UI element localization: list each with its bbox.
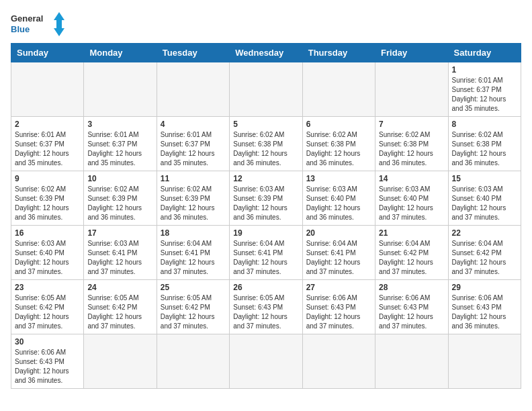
header-monday: Monday (84, 44, 157, 62)
day-number: 22 (452, 228, 517, 238)
day-info: Sunrise: 6:03 AMSunset: 6:40 PMDaylight:… (379, 185, 444, 222)
day-number: 14 (379, 174, 444, 183)
svg-text:General: General (11, 13, 43, 24)
calendar-week-row: 23Sunrise: 6:05 AMSunset: 6:42 PMDayligh… (11, 280, 521, 334)
day-number: 30 (15, 337, 80, 347)
day-number: 3 (87, 120, 152, 129)
calendar-cell: 7Sunrise: 6:02 AMSunset: 6:38 PMDaylight… (375, 117, 448, 171)
day-number: 7 (379, 120, 444, 129)
day-info: Sunrise: 6:01 AMSunset: 6:37 PMDaylight:… (161, 130, 226, 168)
day-info: Sunrise: 6:03 AMSunset: 6:40 PMDaylight:… (15, 239, 80, 277)
day-number: 5 (233, 120, 298, 129)
day-number: 19 (233, 228, 298, 238)
day-number: 16 (15, 228, 80, 238)
day-number: 12 (233, 174, 298, 183)
calendar-cell: 22Sunrise: 6:04 AMSunset: 6:42 PMDayligh… (448, 226, 521, 280)
day-info: Sunrise: 6:03 AMSunset: 6:39 PMDaylight:… (233, 185, 298, 222)
day-info: Sunrise: 6:01 AMSunset: 6:37 PMDaylight:… (452, 76, 517, 113)
calendar-cell: 23Sunrise: 6:05 AMSunset: 6:42 PMDayligh… (11, 280, 84, 334)
day-info: Sunrise: 6:03 AMSunset: 6:40 PMDaylight:… (452, 185, 517, 222)
header-saturday: Saturday (448, 44, 521, 62)
day-number: 9 (15, 174, 80, 183)
day-info: Sunrise: 6:06 AMSunset: 6:43 PMDaylight:… (15, 348, 80, 385)
calendar-cell (230, 62, 302, 117)
calendar-cell: 13Sunrise: 6:03 AMSunset: 6:40 PMDayligh… (302, 171, 375, 226)
calendar-week-row: 30Sunrise: 6:06 AMSunset: 6:43 PMDayligh… (11, 334, 521, 389)
calendar-cell: 16Sunrise: 6:03 AMSunset: 6:40 PMDayligh… (11, 226, 84, 280)
calendar-cell (84, 334, 157, 389)
calendar-cell: 3Sunrise: 6:01 AMSunset: 6:37 PMDaylight… (84, 117, 157, 171)
calendar-cell: 27Sunrise: 6:06 AMSunset: 6:43 PMDayligh… (302, 280, 375, 334)
calendar-cell: 25Sunrise: 6:05 AMSunset: 6:42 PMDayligh… (157, 280, 229, 334)
day-info: Sunrise: 6:06 AMSunset: 6:43 PMDaylight:… (452, 293, 517, 331)
day-info: Sunrise: 6:01 AMSunset: 6:37 PMDaylight:… (87, 130, 152, 168)
svg-text:Blue: Blue (11, 24, 30, 34)
calendar-cell: 28Sunrise: 6:06 AMSunset: 6:43 PMDayligh… (375, 280, 448, 334)
header-tuesday: Tuesday (157, 44, 229, 62)
day-number: 13 (306, 174, 371, 183)
day-info: Sunrise: 6:04 AMSunset: 6:42 PMDaylight:… (452, 239, 517, 277)
calendar-cell: 17Sunrise: 6:03 AMSunset: 6:41 PMDayligh… (84, 226, 157, 280)
calendar-cell: 29Sunrise: 6:06 AMSunset: 6:43 PMDayligh… (448, 280, 521, 334)
calendar-cell: 8Sunrise: 6:02 AMSunset: 6:38 PMDaylight… (448, 117, 521, 171)
calendar-cell (375, 334, 448, 389)
day-number: 26 (233, 283, 298, 292)
calendar-cell: 18Sunrise: 6:04 AMSunset: 6:41 PMDayligh… (157, 226, 229, 280)
header: General Blue (11, 11, 521, 38)
calendar-table: SundayMondayTuesdayWednesdayThursdayFrid… (11, 43, 521, 389)
calendar-week-row: 16Sunrise: 6:03 AMSunset: 6:40 PMDayligh… (11, 226, 521, 280)
day-number: 10 (87, 174, 152, 183)
day-info: Sunrise: 6:05 AMSunset: 6:43 PMDaylight:… (233, 293, 298, 331)
day-info: Sunrise: 6:06 AMSunset: 6:43 PMDaylight:… (306, 293, 371, 331)
day-info: Sunrise: 6:05 AMSunset: 6:42 PMDaylight:… (15, 293, 80, 331)
day-number: 28 (379, 283, 444, 292)
header-thursday: Thursday (302, 44, 375, 62)
day-info: Sunrise: 6:02 AMSunset: 6:38 PMDaylight:… (233, 130, 298, 168)
calendar-cell (11, 62, 84, 117)
day-info: Sunrise: 6:02 AMSunset: 6:39 PMDaylight:… (15, 185, 80, 222)
day-info: Sunrise: 6:03 AMSunset: 6:41 PMDaylight:… (87, 239, 152, 277)
day-number: 11 (161, 174, 226, 183)
day-number: 4 (161, 120, 226, 129)
day-number: 6 (306, 120, 371, 129)
day-info: Sunrise: 6:02 AMSunset: 6:39 PMDaylight:… (161, 185, 226, 222)
calendar-cell (157, 334, 229, 389)
calendar-cell (448, 334, 521, 389)
calendar-cell: 1Sunrise: 6:01 AMSunset: 6:37 PMDaylight… (448, 62, 521, 117)
day-info: Sunrise: 6:05 AMSunset: 6:42 PMDaylight:… (161, 293, 226, 331)
day-info: Sunrise: 6:05 AMSunset: 6:42 PMDaylight:… (87, 293, 152, 331)
calendar-cell: 5Sunrise: 6:02 AMSunset: 6:38 PMDaylight… (230, 117, 302, 171)
day-info: Sunrise: 6:01 AMSunset: 6:37 PMDaylight:… (15, 130, 80, 168)
calendar-cell: 11Sunrise: 6:02 AMSunset: 6:39 PMDayligh… (157, 171, 229, 226)
day-number: 15 (452, 174, 517, 183)
calendar-cell: 30Sunrise: 6:06 AMSunset: 6:43 PMDayligh… (11, 334, 84, 389)
day-info: Sunrise: 6:06 AMSunset: 6:43 PMDaylight:… (379, 293, 444, 331)
header-wednesday: Wednesday (230, 44, 302, 62)
day-number: 8 (452, 120, 517, 129)
calendar-cell: 2Sunrise: 6:01 AMSunset: 6:37 PMDaylight… (11, 117, 84, 171)
day-number: 25 (161, 283, 226, 292)
calendar-cell: 20Sunrise: 6:04 AMSunset: 6:41 PMDayligh… (302, 226, 375, 280)
calendar-week-row: 1Sunrise: 6:01 AMSunset: 6:37 PMDaylight… (11, 62, 521, 117)
calendar-cell (302, 62, 375, 117)
day-number: 20 (306, 228, 371, 238)
day-number: 1 (452, 65, 517, 75)
day-info: Sunrise: 6:02 AMSunset: 6:38 PMDaylight:… (379, 130, 444, 168)
calendar-cell: 6Sunrise: 6:02 AMSunset: 6:38 PMDaylight… (302, 117, 375, 171)
calendar-cell: 9Sunrise: 6:02 AMSunset: 6:39 PMDaylight… (11, 171, 84, 226)
day-info: Sunrise: 6:03 AMSunset: 6:40 PMDaylight:… (306, 185, 371, 222)
day-number: 27 (306, 283, 371, 292)
calendar-cell: 15Sunrise: 6:03 AMSunset: 6:40 PMDayligh… (448, 171, 521, 226)
svg-marker-2 (54, 12, 64, 36)
calendar-cell: 10Sunrise: 6:02 AMSunset: 6:39 PMDayligh… (84, 171, 157, 226)
day-number: 17 (87, 228, 152, 238)
day-info: Sunrise: 6:04 AMSunset: 6:41 PMDaylight:… (306, 239, 371, 277)
calendar-cell (230, 334, 302, 389)
logo: General Blue (11, 11, 64, 38)
calendar-cell: 19Sunrise: 6:04 AMSunset: 6:41 PMDayligh… (230, 226, 302, 280)
calendar-cell (302, 334, 375, 389)
day-number: 18 (161, 228, 226, 238)
day-info: Sunrise: 6:04 AMSunset: 6:41 PMDaylight:… (233, 239, 298, 277)
day-number: 23 (15, 283, 80, 292)
calendar-cell: 14Sunrise: 6:03 AMSunset: 6:40 PMDayligh… (375, 171, 448, 226)
